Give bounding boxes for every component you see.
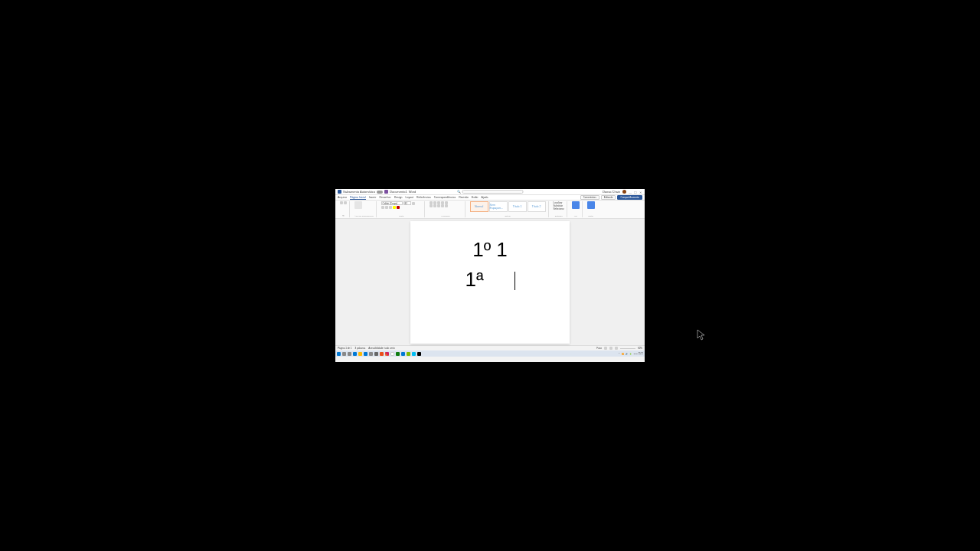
fg-tab-correspondencias[interactable]: Correspondências bbox=[434, 196, 456, 199]
fg-editando-button[interactable]: Editando bbox=[601, 195, 616, 200]
fg-autosave-label: Salvamento Automático bbox=[343, 190, 375, 194]
fg-chat-icon[interactable] bbox=[353, 352, 357, 356]
fg-style-titulo1[interactable]: Título 1 bbox=[508, 201, 527, 212]
fg-grow-font-icon[interactable] bbox=[412, 202, 415, 205]
fg-wifi-icon[interactable]: 📶 bbox=[622, 353, 624, 355]
fg-read-mode-icon[interactable] bbox=[604, 347, 607, 350]
black-bar-right bbox=[645, 0, 980, 551]
fg-close-icon[interactable]: ✕ bbox=[639, 191, 642, 194]
fg-minimize-icon[interactable]: — bbox=[629, 191, 632, 194]
fg-avatar[interactable] bbox=[622, 190, 626, 194]
fg-font-name[interactable]: Calibri (Corpo) bbox=[381, 201, 403, 205]
fg-accessibility[interactable]: Acessibilidade: tudo certo bbox=[368, 347, 394, 350]
doc-line-1: 1º 1 bbox=[433, 235, 547, 265]
fg-editor-group: Editor bbox=[585, 201, 597, 217]
fg-tab-desenhar[interactable]: Desenhar bbox=[379, 196, 390, 199]
mouse-cursor-icon bbox=[697, 329, 706, 341]
fg-start-button[interactable] bbox=[337, 352, 341, 356]
fg-page-count[interactable]: Página 1 de 1 bbox=[338, 347, 352, 350]
fg-justify-icon[interactable] bbox=[441, 204, 444, 207]
fg-search-icon[interactable] bbox=[342, 352, 346, 356]
fg-tab-ajuda[interactable]: Ajuda bbox=[482, 196, 488, 199]
fg-save-icon[interactable] bbox=[384, 190, 388, 194]
fg-zoom-slider[interactable] bbox=[620, 348, 635, 349]
black-bar-top bbox=[335, 0, 645, 189]
fg-app-name: Word bbox=[409, 190, 416, 194]
fg-paragraph-group: Parágrafo bbox=[427, 201, 466, 217]
fg-editor-icon[interactable] bbox=[587, 201, 595, 209]
fg-styles-group: Normal Sem Espaçam... Título 1 Título 2 … bbox=[468, 201, 549, 217]
fg-undo-icon[interactable] bbox=[340, 201, 343, 204]
fg-tab-arquivo[interactable]: Arquivo bbox=[338, 196, 347, 199]
fg-ribbon: ⟲ Área de Transferência Calibri (Corpo) … bbox=[335, 201, 645, 219]
fg-outlook-icon[interactable] bbox=[401, 352, 405, 356]
fg-doc-name: Documento1 bbox=[390, 190, 407, 194]
fg-clock[interactable]: 21:26 23/04/2023 bbox=[633, 352, 643, 356]
fg-font-color-icon[interactable] bbox=[397, 206, 400, 209]
fg-font-size[interactable]: 82 bbox=[403, 201, 411, 205]
fg-zoom-level[interactable]: 90% bbox=[638, 347, 642, 350]
fg-tab-exibir[interactable]: Exibir bbox=[472, 196, 479, 199]
fg-mail-icon[interactable] bbox=[380, 352, 384, 356]
fg-bold-icon[interactable] bbox=[381, 206, 384, 209]
fg-focus-button[interactable]: Foco bbox=[596, 347, 602, 350]
fg-select-button[interactable]: Selecionar bbox=[554, 207, 564, 210]
fg-tab-design[interactable]: Design bbox=[394, 196, 403, 199]
fg-editing-group: Localizar Substituir Selecionar Editando bbox=[551, 201, 567, 217]
fg-clipboard-group: Área de Transferência bbox=[352, 201, 377, 217]
fg-web-layout-icon[interactable] bbox=[615, 347, 618, 350]
fg-style-sem-esp[interactable]: Sem Espaçam... bbox=[489, 201, 508, 212]
fg-store-icon[interactable] bbox=[369, 352, 373, 356]
fg-tab-layout[interactable]: Layout bbox=[406, 196, 414, 199]
fg-paste-icon[interactable] bbox=[354, 201, 362, 209]
fg-app3-icon[interactable] bbox=[417, 352, 421, 356]
fg-xbox-icon[interactable] bbox=[396, 352, 400, 356]
fg-tab-pagina-inicial[interactable]: Página Inicial bbox=[350, 196, 366, 200]
fg-shading-icon[interactable] bbox=[445, 204, 448, 207]
fg-taskview-icon[interactable] bbox=[348, 352, 351, 356]
fg-word-icon bbox=[338, 190, 341, 194]
fg-undo-group: ⟲ bbox=[338, 201, 350, 217]
fg-underline-icon[interactable] bbox=[389, 206, 392, 209]
fg-user-name: Dansa Chain bbox=[603, 190, 620, 194]
foreground-word-window: Salvamento Automático Documento1 Word 🔍 … bbox=[335, 189, 645, 362]
fg-instagram-icon[interactable] bbox=[385, 352, 389, 356]
fg-settings-icon[interactable] bbox=[374, 352, 378, 356]
fg-voice-group: Voz bbox=[570, 201, 583, 217]
fg-explorer-icon[interactable] bbox=[358, 352, 362, 356]
doc-line-2: 1ª bbox=[433, 265, 547, 295]
black-bar-bottom bbox=[335, 362, 645, 551]
fg-align-right-icon[interactable] bbox=[437, 204, 440, 207]
fg-comentarios-button[interactable]: Comentários bbox=[580, 195, 599, 200]
fg-tab-referencias[interactable]: Referências bbox=[416, 196, 431, 199]
fg-statusbar: Página 1 de 1 3 palavras Acessibilidade:… bbox=[335, 345, 645, 350]
black-bar-left bbox=[0, 0, 335, 551]
fg-font-group: Calibri (Corpo) 82 Fonte bbox=[379, 201, 425, 217]
fg-style-normal[interactable]: Normal bbox=[470, 201, 488, 212]
fg-highlight-icon[interactable] bbox=[393, 206, 396, 209]
fg-tab-revisao[interactable]: Revisão bbox=[459, 196, 469, 199]
fg-taskbar: ˄ 📶 🔊 🔋 21:26 23/04/2023 bbox=[335, 350, 645, 357]
fg-compartilhamento-button[interactable]: Compartilhamento bbox=[617, 195, 642, 200]
fg-print-layout-icon[interactable] bbox=[609, 347, 612, 350]
fg-tab-inserir[interactable]: Inserir bbox=[369, 196, 377, 199]
fg-edge-icon[interactable] bbox=[364, 352, 368, 356]
fg-align-left-icon[interactable] bbox=[430, 204, 433, 207]
fg-document-page[interactable]: 1º 1 1ª bbox=[410, 221, 570, 344]
fg-autosave-toggle[interactable] bbox=[377, 191, 383, 194]
fg-volume-icon[interactable]: 🔊 bbox=[626, 353, 628, 355]
fg-align-center-icon[interactable] bbox=[433, 204, 436, 207]
fg-redo-icon[interactable] bbox=[344, 201, 347, 204]
fg-italic-icon[interactable] bbox=[385, 206, 388, 209]
fg-dictate-icon[interactable] bbox=[572, 201, 580, 209]
fg-style-titulo2[interactable]: Título 2 bbox=[528, 201, 546, 212]
fg-battery-icon[interactable]: 🔋 bbox=[629, 353, 632, 355]
fg-app1-icon[interactable] bbox=[407, 352, 410, 356]
fg-tray-chevron-icon[interactable]: ˄ bbox=[619, 353, 620, 355]
fg-search-input[interactable] bbox=[462, 190, 524, 194]
fg-word-count[interactable]: 3 palavras bbox=[355, 347, 366, 350]
fg-maximize-icon[interactable]: ☐ bbox=[634, 191, 637, 194]
fg-chrome-icon[interactable] bbox=[390, 352, 394, 356]
fg-titlebar: Salvamento Automático Documento1 Word 🔍 … bbox=[335, 189, 645, 195]
fg-app2-icon[interactable] bbox=[412, 352, 416, 356]
